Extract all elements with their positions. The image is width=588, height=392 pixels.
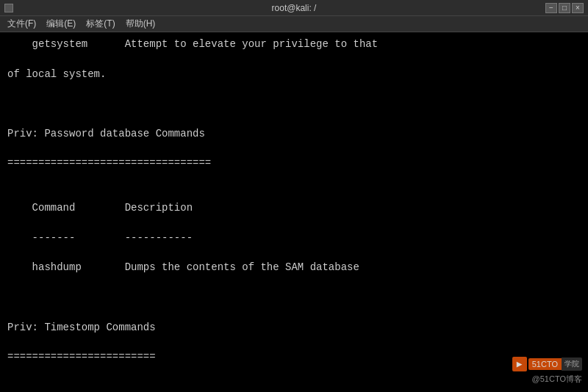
- term-line: of local system.: [7, 67, 581, 81]
- watermark-icon: ▶: [512, 357, 527, 371]
- term-line: =================================: [7, 156, 581, 170]
- term-line: ------- -----------: [7, 231, 581, 245]
- menu-file[interactable]: 文件(F): [3, 16, 40, 32]
- window-icon: [4, 4, 13, 12]
- term-line: hashdump Dumps the contents of the SAM d…: [7, 260, 581, 275]
- terminal-output: getsystem Attempt to elevate your privil…: [0, 32, 588, 392]
- term-line: ========================: [7, 349, 581, 364]
- term-line: Command Description: [7, 200, 581, 215]
- menu-help[interactable]: 帮助(H): [121, 16, 160, 32]
- minimize-button[interactable]: −: [545, 3, 557, 13]
- close-button[interactable]: ×: [572, 3, 584, 13]
- watermark-brand: 51CTO: [528, 358, 562, 370]
- window-title: root@kali: /: [272, 3, 317, 13]
- watermark: ▶ 51CTO 学院: [512, 357, 582, 371]
- window-controls[interactable]: − □ ×: [545, 3, 584, 13]
- watermark-sub: 学院: [562, 357, 582, 371]
- menu-tags[interactable]: 标签(T): [82, 16, 119, 32]
- maximize-button[interactable]: □: [559, 3, 570, 13]
- title-bar: root@kali: / − □ ×: [0, 0, 588, 16]
- term-line: Priv: Password database Commands: [7, 126, 581, 141]
- menu-edit[interactable]: 编辑(E): [42, 16, 80, 32]
- term-line: Priv: Timestomp Commands: [7, 320, 581, 335]
- term-line: getsystem Attempt to elevate your privil…: [7, 37, 581, 51]
- title-bar-left: [4, 4, 13, 12]
- menu-bar: 文件(F) 编辑(E) 标签(T) 帮助(H): [0, 16, 588, 32]
- at51-label: @51CTO博客: [532, 374, 582, 385]
